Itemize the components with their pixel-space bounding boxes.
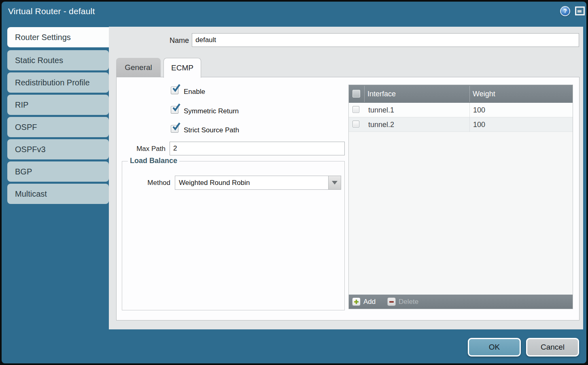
- sidebar-item-redistribution-profile[interactable]: Redistribution Profile: [7, 72, 109, 93]
- interface-weight-table: Interface Weight tunnel.1 100 tunnel.2 1…: [348, 85, 573, 309]
- method-label: Method: [135, 179, 170, 187]
- name-input[interactable]: [192, 33, 579, 47]
- method-dropdown-value: Weighted Round Robin: [179, 176, 250, 189]
- strict-source-path-label: Strict Source Path: [184, 126, 239, 134]
- tab-general[interactable]: General: [116, 58, 161, 77]
- sidebar-item-router-settings[interactable]: Router Settings: [7, 27, 109, 47]
- checkmark-icon: [172, 104, 180, 112]
- delete-button[interactable]: Delete: [387, 295, 418, 309]
- add-icon: ✚: [352, 297, 361, 306]
- weight-cell: 100: [469, 103, 485, 117]
- table-row[interactable]: tunnel.2 100: [349, 117, 573, 132]
- cancel-button[interactable]: Cancel: [526, 338, 579, 357]
- max-path-input[interactable]: [170, 142, 345, 155]
- table-row[interactable]: tunnel.1 100: [349, 103, 573, 117]
- sidebar-item-label: Multicast: [15, 189, 47, 198]
- strict-source-path-checkbox[interactable]: [171, 125, 178, 133]
- max-path-label: Max Path: [123, 145, 166, 153]
- restore-window-icon[interactable]: [575, 6, 585, 15]
- add-button-label: Add: [363, 298, 376, 306]
- sidebar-item-label: RIP: [15, 100, 28, 109]
- table-header: Interface Weight: [349, 85, 573, 103]
- enable-label: Enable: [184, 88, 205, 96]
- interface-cell: tunnel.2: [368, 117, 394, 132]
- table-toolbar: ✚ Add Delete: [349, 295, 573, 309]
- row-checkbox[interactable]: [352, 121, 359, 127]
- symmetric-return-label: Symmetric Return: [184, 107, 239, 115]
- name-label: Name: [155, 36, 189, 45]
- sidebar-item-multicast[interactable]: Multicast: [7, 184, 109, 204]
- enable-checkbox[interactable]: [171, 87, 178, 94]
- sidebar-item-bgp[interactable]: BGP: [7, 161, 109, 182]
- screen: Virtual Router - default ? Router Settin…: [0, 0, 588, 365]
- checkmark-icon: [172, 84, 180, 93]
- column-divider: [364, 86, 365, 102]
- symmetric-return-checkbox[interactable]: [171, 106, 178, 114]
- sidebar-item-label: BGP: [15, 167, 32, 176]
- sidebar-item-rip[interactable]: RIP: [7, 95, 109, 115]
- chevron-down-icon[interactable]: [328, 176, 341, 189]
- tab-ecmp[interactable]: ECMP: [163, 58, 201, 78]
- sidebar-item-label: Redistribution Profile: [15, 78, 90, 87]
- ok-button[interactable]: OK: [468, 338, 521, 357]
- method-dropdown[interactable]: Weighted Round Robin: [175, 176, 341, 190]
- select-all-checkbox[interactable]: [352, 90, 360, 98]
- add-button[interactable]: ✚ Add: [352, 295, 376, 309]
- sidebar-item-label: Router Settings: [15, 33, 71, 42]
- checkmark-icon: [172, 123, 180, 132]
- sidebar-item-static-routes[interactable]: Static Routes: [7, 50, 109, 70]
- row-checkbox[interactable]: [352, 106, 359, 113]
- interface-column-header: Interface: [367, 85, 396, 103]
- delete-button-label: Delete: [399, 298, 418, 306]
- sidebar-item-ospf[interactable]: OSPF: [7, 117, 109, 137]
- sidebar-item-label: OSPFv3: [15, 145, 46, 154]
- column-divider: [469, 86, 470, 102]
- interface-cell: tunnel.1: [368, 103, 394, 117]
- help-icon[interactable]: ?: [560, 6, 570, 16]
- sidebar-item-label: OSPF: [15, 123, 37, 132]
- weight-column-header: Weight: [473, 85, 495, 103]
- sidebar-item-label: Static Routes: [15, 56, 63, 65]
- delete-icon: [387, 297, 396, 306]
- sidebar-item-ospfv3[interactable]: OSPFv3: [7, 139, 109, 159]
- weight-cell: 100: [469, 117, 485, 132]
- page-title: Virtual Router - default: [8, 6, 95, 16]
- load-balance-legend: Load Balance: [128, 157, 179, 165]
- virtual-router-dialog: Virtual Router - default ? Router Settin…: [2, 2, 586, 363]
